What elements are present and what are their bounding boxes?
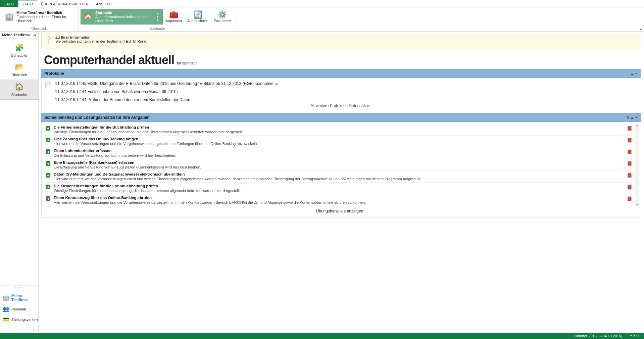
content: ❔ Zu Ihrer Information Sie befinden sich…	[39, 32, 644, 333]
sidebar-item-startseite[interactable]: 🏠Startseite	[0, 80, 38, 100]
customize-icon: 🧰	[169, 11, 178, 19]
sidebar-item-icon: 📂	[15, 63, 24, 71]
task-desc: Wichtige Einstellungen für die Finanzbuc…	[54, 130, 624, 134]
tab-datei[interactable]: DATEI	[0, 0, 18, 7]
task-desc: Wichtige Einstellungen für die Lohnbuchh…	[54, 189, 624, 193]
arrow-right-icon: ➔	[46, 161, 50, 166]
sidebar-item-icon: 🏠	[15, 83, 24, 91]
panel-head-protokolle[interactable]: Protokolle ▴ ⋯	[41, 69, 641, 78]
ribbon-group-label-overview: Überblick	[0, 26, 78, 31]
sidebar-item-label: Schaubild	[11, 53, 27, 57]
building-icon: 🏢	[5, 12, 14, 21]
task-row[interactable]: ➔Die Firmeneinstellungen für die Buchhal…	[44, 124, 634, 136]
status-time: 17:15:32	[627, 334, 641, 338]
page-subtitle: für bpernsot	[177, 61, 197, 67]
ribbon-group-startseite: 🏠 Startseite Alle Informationen individu…	[79, 7, 236, 31]
panel-schnelleinstieg: Schnelleinstieg und Lösungsansätze für I…	[41, 113, 641, 218]
ribbon-startseite-desc: Alle Informationen individuell auf einen…	[95, 15, 152, 23]
pdf-icon[interactable]: 📕	[627, 185, 632, 190]
ribbon-btn-parameter[interactable]: ⚙️ Parameter	[211, 10, 234, 24]
panel-protokolle: Protokolle ▴ ⋯ 📄 11.07.2016 14:45 ElStEr…	[41, 69, 641, 111]
panel-refresh-icon[interactable]: ⟳	[627, 116, 629, 119]
ribbon-startseite-dropdown[interactable]: ▲▼▾	[155, 11, 160, 22]
panel-menu-icon[interactable]: ⋯	[635, 116, 638, 119]
task-title: Einen Lohnmitarbeiter erfassen	[54, 149, 624, 153]
sidebar-collapse-icon[interactable]: ◀	[34, 33, 36, 37]
task-title: Eine Zahlung über das Online-Banking tät…	[54, 137, 624, 141]
task-desc: Die Erfassung und Verwaltung von Einzugs…	[54, 165, 624, 169]
arrow-right-icon: ➔	[46, 138, 50, 142]
pdf-icon[interactable]: 📕	[627, 126, 632, 131]
task-title: Die Firmeneinstellungen für die Lohnbuch…	[54, 184, 624, 188]
sidebar-resize-grip[interactable]: •••••	[0, 285, 38, 290]
task-title: Eine Einzugsstelle (Krankenkasse) erfass…	[54, 160, 624, 164]
panel-head-schnelleinstieg[interactable]: Schnelleinstieg und Lösungsansätze für I…	[41, 113, 641, 122]
sidebar-item-schaubild[interactable]: 🧩Schaubild	[0, 41, 38, 60]
ribbon-collapse-icon[interactable]: ▲	[639, 27, 643, 31]
pdf-icon[interactable]: 📕	[627, 138, 632, 143]
page-title: Computerhandel aktuell	[44, 53, 174, 67]
panel-collapse-icon[interactable]: ▴	[631, 116, 633, 119]
task-row[interactable]: ➔Eine Zahlung über das Online-Banking tä…	[44, 136, 634, 147]
ribbon-overview-desc: Funktionen zu dieser Firma im Überblick	[16, 15, 73, 23]
status-date: (04.10.2016)	[601, 334, 622, 338]
pdf-icon[interactable]: 📕	[627, 161, 632, 166]
arrow-right-icon: ➔	[46, 196, 50, 201]
sidebar-link-personal[interactable]: 👥Personal	[1, 304, 38, 314]
sidebar-more-icon[interactable]: ⌄	[0, 328, 38, 333]
task-row[interactable]: ➔Daten (SV-Meldungen und Beitragsnachwei…	[44, 171, 634, 183]
ribbon: 🏢 Meine Testfirma Überblick Funktionen z…	[0, 7, 644, 32]
home-icon: 🏠	[84, 12, 93, 21]
sidebar-item-icon: 🧩	[15, 43, 24, 52]
sidebar-link-zahlungsverkehr[interactable]: 💳Zahlungsverkehr	[1, 314, 38, 325]
sidebar-link-label: Meine Testfirma	[11, 294, 36, 302]
pdf-icon[interactable]: 📕	[627, 196, 632, 201]
ribbon-group-label-startseite: Startseite	[79, 26, 236, 31]
schnell-more-link[interactable]: Übungsbeispiele anzeigen...	[44, 206, 639, 215]
sidebar-item-label: Startseite	[11, 93, 27, 97]
sidebar-link-icon: 🏢	[3, 295, 9, 301]
ribbon-btn-startseite[interactable]: 🏠 Startseite Alle Informationen individu…	[81, 9, 163, 25]
ribbon-group-overview: 🏢 Meine Testfirma Überblick Funktionen z…	[0, 7, 79, 31]
sidebar-link-icon: 💳	[3, 316, 9, 323]
info-text: Sie befinden sich aktuell in der Testfir…	[55, 39, 147, 43]
task-scrollbar[interactable]: ▲ ▼	[635, 124, 639, 206]
tab-ansicht[interactable]: ANSICHT	[92, 0, 116, 7]
arrow-right-icon: ➔	[46, 185, 50, 189]
sidebar-link-icon: 👥	[3, 306, 9, 312]
task-row[interactable]: ➔Die Firmeneinstellungen für die Lohnbuc…	[44, 183, 634, 194]
task-desc: Hier werden die Voraussetzungen und die …	[54, 200, 624, 204]
task-desc: Hier wird erläutert, welche Voraussetzun…	[54, 177, 624, 181]
sidebar-item-label: Überblick	[11, 73, 27, 77]
task-desc: Die Erfassung und Verwaltung von Lohnmit…	[54, 153, 624, 157]
tab-start[interactable]: START	[18, 0, 37, 7]
sidebar: Meine Testfirma ◀ 🧩Schaubild📂Überblick🏠S…	[0, 32, 39, 333]
sidebar-link-meine-testfirma[interactable]: 🏢Meine Testfirma	[1, 292, 38, 304]
scroll-up-icon[interactable]: ▲	[635, 124, 639, 127]
log-entry[interactable]: 11.07.2016 14:45 ElStEr Übergabe der E-B…	[55, 81, 638, 86]
task-desc: Hier werden die Voraussetzungen und die …	[54, 142, 624, 146]
sidebar-link-label: Personal	[11, 307, 26, 311]
refresh-icon: 🔄	[193, 11, 202, 19]
sidebar-item-überblick[interactable]: 📂Überblick	[0, 60, 38, 80]
log-entry[interactable]: 11.07.2016 12:44 Festschreiben von Schät…	[55, 89, 638, 94]
panel-collapse-icon[interactable]: ▴	[631, 72, 633, 76]
gear-icon: ⚙️	[218, 11, 227, 19]
task-row[interactable]: ➔Einen Lohnmitarbeiter erfassenDie Erfas…	[44, 147, 634, 159]
ribbon-btn-overview[interactable]: 🏢 Meine Testfirma Überblick Funktionen z…	[2, 9, 76, 24]
log-icon: 📄	[44, 81, 52, 89]
log-entry[interactable]: 11.07.2016 12:44 Prüfung der Stammdaten …	[55, 97, 638, 102]
tab-uebergeben[interactable]: ÜBERGEBEN/AUSWERTEN	[37, 0, 92, 7]
ribbon-btn-aktualisieren[interactable]: 🔄 Aktualisieren	[185, 10, 211, 24]
pdf-icon[interactable]: 📕	[627, 149, 632, 154]
ribbon-btn-anpassen[interactable]: 🧰 Anpassen	[163, 10, 185, 24]
task-title: Daten (SV-Meldungen und Beitragsnachweis…	[54, 172, 624, 176]
pdf-icon[interactable]: 📕	[627, 173, 632, 178]
protokolle-more-link[interactable]: 76 weitere Protokolle Datensätze...	[44, 103, 639, 108]
sidebar-title: Meine Testfirma ◀	[0, 32, 38, 39]
arrow-right-icon: ➔	[46, 173, 50, 178]
panel-menu-icon[interactable]: ⋯	[635, 72, 638, 76]
task-row[interactable]: ➔Einen Kontoauszug über das Online-Banki…	[44, 194, 634, 206]
scroll-down-icon[interactable]: ▼	[635, 203, 639, 206]
task-row[interactable]: ➔Eine Einzugsstelle (Krankenkasse) erfas…	[44, 159, 634, 171]
